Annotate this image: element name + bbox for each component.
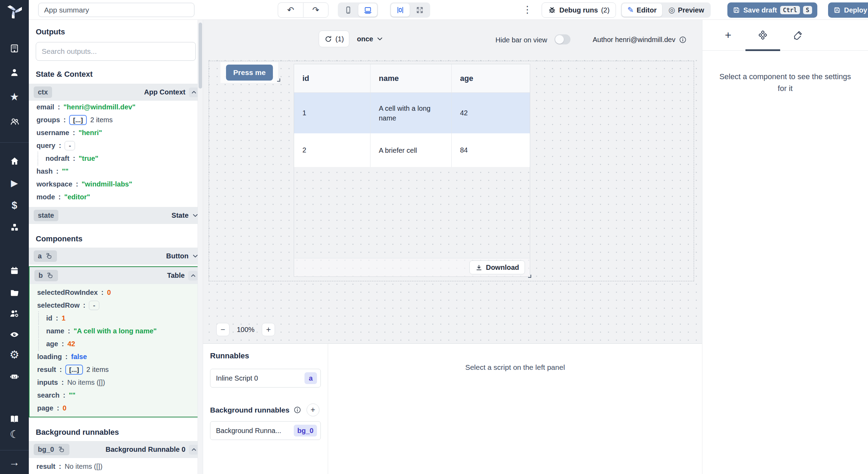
resize-handle[interactable] [277,78,280,82]
schedules-calendar-icon[interactable] [0,266,29,275]
resize-handle[interactable] [528,275,531,278]
center-layout-button[interactable] [391,3,410,17]
zoom-out-button[interactable]: − [216,323,229,336]
component-b-collapse-button[interactable] [188,271,198,281]
mobile-view-button[interactable] [339,3,358,17]
info-icon[interactable] [293,406,301,414]
rail-divider [0,142,29,143]
desktop-view-button[interactable] [358,3,377,17]
state-section-label: State [172,211,189,219]
output-field-mode[interactable]: mode:"editor" [29,191,203,203]
ctx-collapse-button[interactable] [189,88,199,97]
audit-eye-icon[interactable] [0,330,29,340]
folders-icon[interactable] [0,288,29,298]
workspace-building-icon[interactable] [0,44,29,53]
runs-play-icon[interactable]: ▶ [0,178,29,188]
output-field-inputs[interactable]: inputs:No items ([]) [30,376,202,389]
table-row[interactable]: 2 A briefer cell 84 [294,133,530,167]
table-cell: A cell with a long name [370,93,452,133]
output-field-email[interactable]: email:"henri@windmill.dev" [29,101,203,114]
output-field-name[interactable]: name:"A cell with a long name" [30,325,202,338]
user-icon[interactable] [0,68,29,77]
output-field-bg-result[interactable]: result:No items ([]) [29,460,203,473]
download-button[interactable]: Download [469,260,525,274]
search-outputs-input[interactable] [36,42,196,61]
docs-book-icon[interactable] [0,414,29,424]
output-field-search[interactable]: search:"" [30,389,202,402]
component-b-header[interactable]: b Table [30,267,202,284]
settings-gear-icon[interactable]: ⚙ [0,349,29,360]
dark-mode-moon-icon[interactable]: ☾ [0,429,29,440]
refresh-button[interactable]: (1) [319,31,349,47]
inline-script-label: Inline Script 0 [216,374,258,382]
bg0-collapse-button[interactable] [189,445,199,455]
output-field-nodraft[interactable]: nodraft:"true" [29,152,203,165]
output-field-result[interactable]: result:[...]2 items [30,363,202,376]
output-field-groups[interactable]: groups:[...]2 items [29,114,203,126]
table-row-selected[interactable]: 1 A cell with a long name 42 [294,93,530,133]
output-field-age[interactable]: age:42 [30,338,202,350]
save-icon [733,6,740,14]
refresh-count: (1) [335,35,344,43]
runnables-list: Runnables Inline Script 0 a Background r… [203,344,328,474]
favorites-star-icon[interactable]: ★ [0,92,29,102]
output-field-loading[interactable]: loading:false [30,350,202,363]
bg0-section-header[interactable]: bg_0 Background Runnable 0 [29,441,203,458]
inline-script-item[interactable]: Inline Script 0 a [210,369,321,388]
expand-object-badge[interactable]: - [65,141,75,151]
variables-dollar-icon[interactable]: $ [0,200,29,210]
workers-users-gear-icon[interactable] [0,309,29,319]
output-field-hash[interactable]: hash:"" [29,165,203,178]
info-icon[interactable] [679,36,687,44]
button-component-wrap[interactable]: Press me [220,62,278,83]
windmill-logo-icon[interactable] [0,2,29,19]
save-draft-button[interactable]: Save draft Ctrl S [727,2,817,18]
tab-insert-component[interactable]: + [711,20,745,50]
more-menu-button[interactable]: ⋮ [523,4,532,15]
schedule-dropdown[interactable]: once [357,33,383,45]
component-a-header[interactable]: a Button [29,248,203,265]
settings-empty-text: Select a component to see the settings f… [718,71,853,94]
redo-icon: ↷ [312,5,319,15]
fullscreen-button[interactable] [410,3,429,17]
tab-component-settings[interactable] [745,20,780,50]
output-field-query[interactable]: query:- [29,139,203,152]
background-runnable-item[interactable]: Background Runna... bg_0 [210,421,321,440]
table-cell: 84 [452,133,530,167]
editor-tab[interactable]: ✎ Editor [622,3,662,17]
ai-bot-icon[interactable] [0,371,29,381]
home-icon[interactable] [0,156,29,166]
outputs-scrollbar[interactable] [198,20,203,474]
tab-styling[interactable] [780,20,815,50]
undo-icon: ↶ [287,5,294,15]
press-me-button[interactable]: Press me [226,65,273,81]
output-field-page[interactable]: page:0 [30,402,202,415]
groups-users-icon[interactable] [0,117,29,126]
state-section-header[interactable]: state State [29,207,203,224]
collapse-arrow-icon[interactable]: → [0,457,29,468]
zoom-in-button[interactable]: + [262,323,275,336]
expand-array-badge[interactable]: [...] [65,365,83,375]
table-component[interactable]: id name age 1 A cell with a long name 42… [294,64,530,277]
expand-object-badge[interactable]: - [89,301,99,310]
expand-array-badge[interactable]: [...] [69,115,87,125]
redo-button[interactable]: ↷ [303,2,328,18]
add-background-runnable-button[interactable]: + [307,404,319,416]
output-field-id[interactable]: id:1 [30,312,202,325]
preview-tab[interactable]: ◎ Preview [663,3,710,17]
table-col-age: age [452,64,530,92]
output-field-selectedrowindex[interactable]: selectedRowIndex:0 [30,286,202,299]
deploy-save-icon [833,6,841,14]
debug-runs-button[interactable]: Debug runs (2) [542,2,616,18]
hide-bar-toggle[interactable] [554,34,570,44]
ctx-section-header[interactable]: ctx App Context [29,84,203,101]
app-summary-input[interactable] [38,3,194,17]
outputs-title: Outputs [36,27,203,36]
output-field-workspace[interactable]: workspace:"windmill-labs" [29,178,203,191]
output-field-selectedrow[interactable]: selectedRow:- [30,299,202,312]
scrollbar-thumb[interactable] [199,23,202,89]
deploy-button[interactable]: Deploy [828,2,868,18]
output-field-username[interactable]: username:"henri" [29,126,203,139]
undo-button[interactable]: ↶ [278,2,303,18]
resources-cubes-icon[interactable] [0,223,29,232]
